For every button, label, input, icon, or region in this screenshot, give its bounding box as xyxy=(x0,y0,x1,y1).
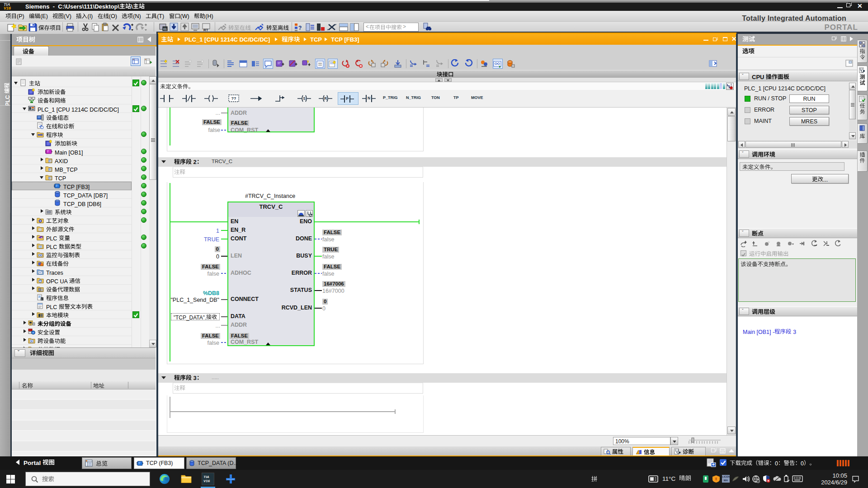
svg-text:??: ?? xyxy=(231,96,236,101)
svg-text:RT: RT xyxy=(203,28,208,32)
svg-text:01: 01 xyxy=(163,28,167,31)
svg-text:S: S xyxy=(303,96,306,101)
svg-text:?: ? xyxy=(298,25,302,31)
svg-text:N: N xyxy=(368,96,370,100)
svg-text:R: R xyxy=(324,96,327,101)
svg-text:P: P xyxy=(346,96,349,101)
